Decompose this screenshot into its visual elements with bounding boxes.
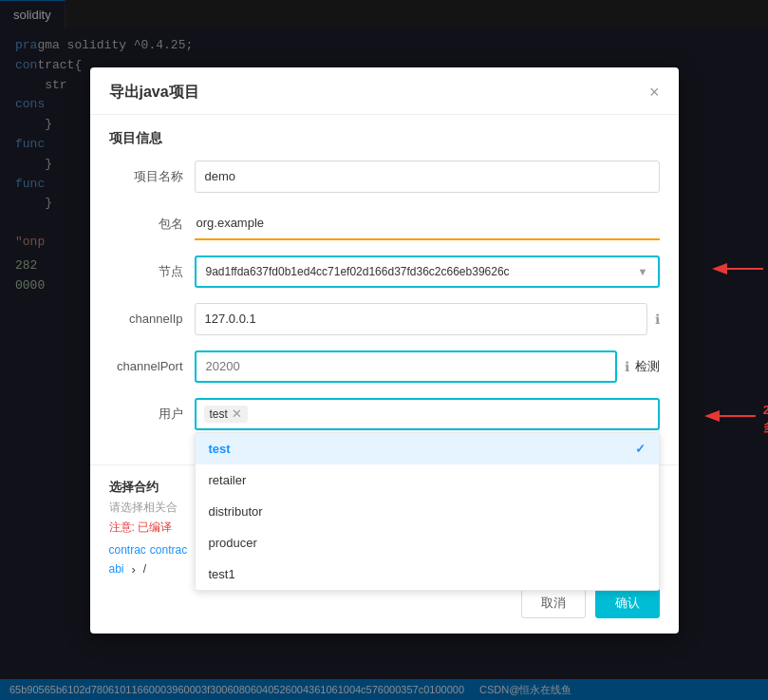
channel-ip-wrapper — [195, 303, 647, 335]
user-tag-label: test — [210, 407, 228, 421]
dialog-header: 导出java项目 × — [90, 67, 679, 115]
confirm-button[interactable]: 确认 — [595, 588, 660, 618]
channel-ip-info-icon[interactable]: ℹ — [655, 312, 660, 327]
node-select[interactable]: 9ad1ffda637fd0b1ed4cc71ef02d166d37fd36c2… — [195, 255, 660, 288]
package-label: 包名 — [109, 216, 195, 233]
check-link[interactable]: 检测 — [635, 358, 660, 375]
dialog-title: 导出java项目 — [109, 83, 199, 103]
contract-link-2[interactable]: contrac — [150, 543, 187, 557]
user-arrow-svg — [701, 402, 758, 430]
user-input-container: test ✕ test ✓ retailer distributor — [195, 398, 660, 430]
user-annotation: 2.选择一个或多个用户 — [701, 402, 768, 436]
dropdown-item-distributor-label: distributor — [209, 504, 263, 519]
project-name-label: 项目名称 — [109, 168, 195, 185]
channel-port-label: channelPort — [109, 359, 195, 373]
dropdown-item-test1-label: test1 — [209, 567, 235, 581]
user-tag-remove[interactable]: ✕ — [232, 407, 242, 420]
user-dropdown: test ✓ retailer distributor producer tes… — [195, 432, 660, 591]
channel-ip-row: channelIp ℹ — [109, 303, 660, 335]
node-dropdown-arrow: ▼ — [638, 266, 648, 277]
section-info-title: 项目信息 — [109, 130, 660, 147]
channel-port-row: channelPort ℹ 检测 — [109, 350, 660, 383]
node-row: 节点 9ad1ffda637fd0b1ed4cc71ef02d166d37fd3… — [109, 255, 660, 288]
channel-port-wrapper — [195, 350, 617, 383]
package-input[interactable] — [195, 208, 660, 240]
dropdown-item-producer[interactable]: producer — [196, 527, 659, 558]
contract-nav[interactable]: › — [132, 562, 136, 577]
dropdown-check-test: ✓ — [635, 442, 646, 456]
channel-port-input[interactable] — [195, 350, 617, 383]
user-annotation-text: 2.选择一个或多个用户 — [763, 402, 768, 436]
user-row: 用户 test ✕ test ✓ retailer — [109, 398, 660, 430]
package-row: 包名 — [109, 208, 660, 240]
contract-link-1[interactable]: contrac — [109, 543, 146, 557]
dropdown-item-retailer[interactable]: retailer — [196, 464, 659, 496]
dropdown-item-test[interactable]: test ✓ — [196, 433, 659, 464]
node-label: 节点 — [109, 263, 195, 280]
dropdown-item-test1[interactable]: test1 — [196, 558, 659, 590]
user-tag-test: test ✕ — [204, 406, 248, 423]
user-label: 用户 — [109, 406, 195, 423]
dialog-body: 项目信息 项目名称 包名 节点 9ad1ffda637fd0b1ed4cc71e… — [90, 115, 679, 461]
channel-ip-input[interactable] — [195, 303, 647, 335]
project-name-input[interactable] — [195, 161, 660, 193]
channel-port-info-icon[interactable]: ℹ — [625, 359, 629, 374]
channel-ip-label: channelIp — [109, 312, 195, 326]
cancel-button[interactable]: 取消 — [521, 588, 586, 618]
dropdown-item-distributor[interactable]: distributor — [196, 496, 659, 527]
export-dialog: 导出java项目 × 项目信息 项目名称 包名 节点 9ad1ffda637fd… — [90, 67, 679, 634]
close-button[interactable]: × — [649, 84, 660, 101]
slash: / — [143, 562, 146, 576]
dropdown-item-test-label: test — [209, 442, 231, 456]
dropdown-item-retailer-label: retailer — [209, 473, 247, 487]
node-arrow-svg — [708, 257, 765, 280]
user-tag-input[interactable]: test ✕ — [195, 398, 660, 430]
node-select-value: 9ad1ffda637fd0b1ed4cc71ef02d166d37fd36c2… — [206, 265, 634, 278]
project-name-row: 项目名称 — [109, 161, 660, 193]
node-annotation: 1.选择节点 — [708, 257, 768, 280]
dropdown-item-producer-label: producer — [209, 536, 257, 550]
abi-label: abi — [109, 562, 124, 576]
